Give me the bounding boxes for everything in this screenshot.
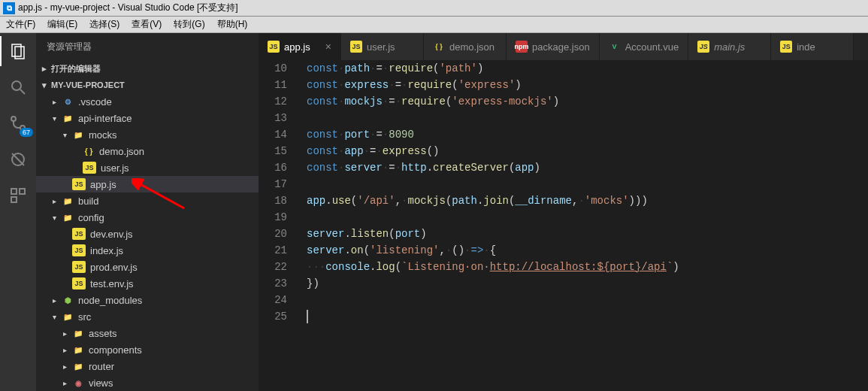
node-icon: ⬢ [62,294,74,306]
tree-item-index-js[interactable]: JSindex.js [36,242,259,259]
menu-goto[interactable]: 转到(G) [168,17,210,32]
chevron-right-icon: ▸ [63,329,72,338]
tree-item-mocks[interactable]: ▾📁mocks [36,126,259,143]
tree-item-label: prod.env.js [90,262,138,273]
folder-icon: 📁 [72,344,84,356]
chevron-down-icon: ▾ [42,80,51,90]
extensions-icon[interactable] [8,185,29,206]
js-icon: JS [72,228,86,240]
chevron-right-icon: ▸ [53,197,62,205]
folder-icon: 📁 [72,327,84,339]
tab-demo-json[interactable]: { }demo.json [424,33,507,60]
chevron-down-icon: ▾ [53,114,62,123]
code-line[interactable] [307,110,868,126]
file-tree: ▸⚙.vscode▾📁api-interface▾📁mocks{ }demo.j… [36,93,259,391]
tab-label: app.js [284,41,310,53]
menu-edit[interactable]: 编辑(E) [41,17,83,32]
tab-user-js[interactable]: JSuser.js [341,33,424,60]
chevron-down-icon: ▾ [63,131,72,139]
svg-rect-9 [20,189,25,194]
tab-label: package.json [532,41,590,53]
window-title: app.js - my-vue-project - Visual Studio … [18,2,238,14]
js-icon: JS [72,244,86,256]
text-cursor [307,310,308,323]
menu-file[interactable]: 文件(F) [0,17,41,32]
npm-icon: npm [516,41,528,53]
source-control-icon[interactable]: 67 [8,113,29,134]
tab-package-json[interactable]: npmpackage.json [507,33,600,60]
debug-icon[interactable] [8,149,29,170]
js-icon: JS [72,261,86,273]
tree-item-app-js[interactable]: JSapp.js [36,176,259,192]
code-line[interactable] [307,292,868,308]
tree-item-label: router [89,361,114,372]
folder-icon: 📁 [72,360,84,372]
code-line[interactable] [307,308,868,325]
code-line[interactable]: const·express·=·require('express') [307,77,868,93]
tree-item-components[interactable]: ▸📁components [36,341,259,358]
menu-view[interactable]: 查看(V) [126,17,168,32]
editor[interactable]: 10111213141516171819202122232425 const·p… [259,60,868,391]
tree-item-label: mocks [89,129,117,141]
code-line[interactable]: const·path·=·require('path') [307,60,868,77]
code-line[interactable]: app.use('/api',·mockjs(path.join(__dirna… [307,192,868,209]
tree-item--vscode[interactable]: ▸⚙.vscode [36,93,259,110]
code-line[interactable] [307,176,868,192]
chevron-down-icon: ▾ [53,214,62,222]
menu-help[interactable]: 帮助(H) [211,17,254,32]
close-icon[interactable]: × [325,41,331,53]
tree-item-prod-env-js[interactable]: JSprod.env.js [36,259,259,275]
tab-app-js[interactable]: JSapp.js× [259,33,341,60]
js-icon: JS [268,41,280,53]
tree-item-config[interactable]: ▾📁config [36,209,259,226]
js-icon: JS [72,178,86,190]
code-line[interactable]: const·mockjs·=·require('express-mockjs') [307,93,868,110]
explorer-icon[interactable] [8,41,29,62]
search-icon[interactable] [8,77,29,98]
tab-inde[interactable]: JSinde [771,33,854,60]
open-editors-section[interactable]: ▸ 打开的编辑器 [36,60,259,77]
folder-icon: 📁 [62,112,74,124]
code-line[interactable] [307,209,868,226]
tree-item-node_modules[interactable]: ▸⬢node_modules [36,292,259,308]
code-content[interactable]: const·path·=·require('path')const·expres… [301,60,868,391]
folder-icon: 📁 [62,211,74,223]
tree-item-src[interactable]: ▾📁src [36,308,259,325]
tree-item-label: api-interface [78,113,132,124]
tree-item-label: views [89,377,113,389]
tree-item-assets[interactable]: ▸📁assets [36,325,259,341]
tree-item-label: app.js [90,179,116,190]
tree-item-build[interactable]: ▸📁build [36,192,259,209]
project-label: MY-VUE-PROJECT [51,80,125,89]
tab-main-js[interactable]: JSmain.js [688,33,771,60]
tab-label: main.js [714,41,745,53]
code-line[interactable]: server.listen(port) [307,226,868,242]
code-line[interactable]: const·port·=·8090 [307,126,868,143]
svg-point-2 [12,81,21,90]
code-line[interactable]: ···console.log(`Listening·on·http://loca… [307,259,868,275]
code-line[interactable]: const·server·=·http.createServer(app) [307,159,868,176]
tree-item-label: test.env.js [90,278,134,289]
code-line[interactable]: const·app·=·express() [307,143,868,159]
activity-bar: 67 [0,33,36,391]
js-icon: JS [350,41,362,53]
tab-label: user.js [367,41,395,53]
tree-item-label: dev.env.js [90,229,133,240]
tree-item-label: demo.json [99,146,144,157]
tree-item-dev-env-js[interactable]: JSdev.env.js [36,226,259,242]
code-line[interactable]: }) [307,275,868,292]
tab-Account-vue[interactable]: VAccount.vue [600,33,689,60]
tab-label: Account.vue [625,41,679,53]
tree-item-user-js[interactable]: JSuser.js [36,159,259,176]
json-icon: { } [83,145,95,157]
json-icon: { } [433,41,445,53]
tree-item-api-interface[interactable]: ▾📁api-interface [36,110,259,126]
tree-item-views[interactable]: ▸◉views [36,374,259,391]
project-section[interactable]: ▾ MY-VUE-PROJECT [36,77,259,93]
vscode-logo-icon: ⧉ [3,2,15,14]
tree-item-router[interactable]: ▸📁router [36,358,259,374]
code-line[interactable]: server.on('listening',·()·=>·{ [307,242,868,259]
tree-item-demo-json[interactable]: { }demo.json [36,143,259,159]
tree-item-test-env-js[interactable]: JStest.env.js [36,275,259,292]
menu-select[interactable]: 选择(S) [83,17,126,32]
